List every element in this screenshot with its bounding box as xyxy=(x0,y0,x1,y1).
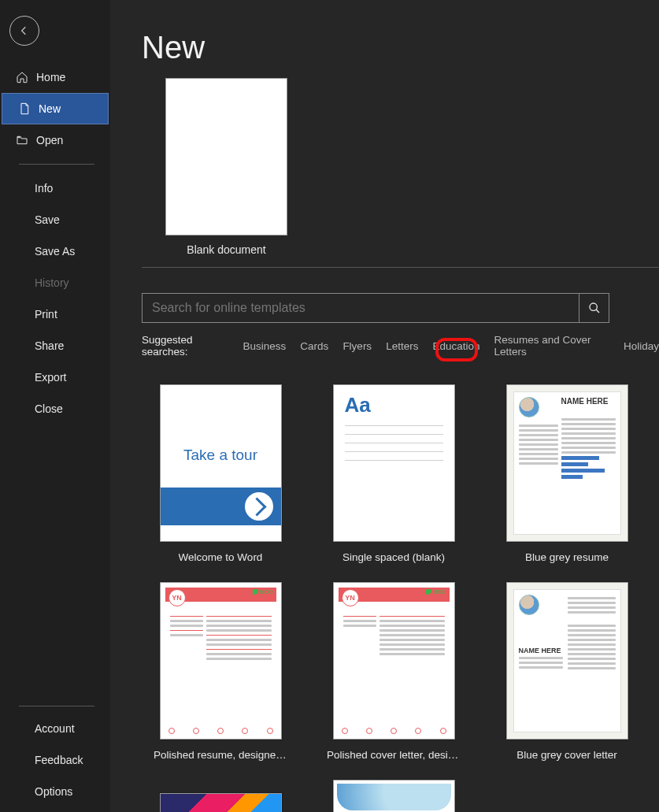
sidebar-item-export[interactable]: Export xyxy=(35,362,110,393)
template-thumb: NAME HERE xyxy=(506,582,628,740)
home-icon xyxy=(16,71,28,83)
template-polished-resume[interactable]: MOO YN Polished resume, designed… xyxy=(142,582,299,761)
tag-education[interactable]: Education xyxy=(432,340,479,352)
sidebar-item-print[interactable]: Print xyxy=(35,298,110,330)
template-thumb: MOO YN xyxy=(160,582,282,740)
sidebar-item-feedback[interactable]: Feedback xyxy=(35,744,110,776)
template-blue-grey-cover-letter[interactable]: NAME HERE Blue grey cover letter xyxy=(488,582,646,761)
template-thumb xyxy=(160,793,282,812)
template-partial-1[interactable] xyxy=(142,793,299,812)
section-divider xyxy=(142,267,659,268)
tag-holiday[interactable]: Holiday xyxy=(624,340,659,352)
sidebar-label-new: New xyxy=(39,102,61,115)
search-icon xyxy=(588,302,601,314)
sidebar-label-home: Home xyxy=(36,71,65,83)
tag-cards[interactable]: Cards xyxy=(300,340,328,352)
sidebar-item-home[interactable]: Home xyxy=(0,61,110,93)
template-grid: Take a tour Welcome to Word Aa Single sp… xyxy=(142,384,659,761)
template-single-spaced[interactable]: Aa Single spaced (blank) xyxy=(315,384,472,563)
search-input[interactable] xyxy=(142,293,579,323)
sidebar-item-open[interactable]: Open xyxy=(0,124,110,156)
template-thumb: MOO YN xyxy=(333,582,455,740)
sidebar-item-options[interactable]: Options xyxy=(35,776,110,807)
template-thumb: NAME HERE xyxy=(506,384,628,542)
sidebar-item-share[interactable]: Share xyxy=(35,330,110,362)
blank-document-label: Blank document xyxy=(187,243,265,256)
backstage-sidebar: Home New Open Info Save Save As History … xyxy=(0,0,110,812)
avatar-icon xyxy=(519,397,539,417)
suggested-searches: Suggested searches: Business Cards Flyer… xyxy=(142,334,659,358)
sidebar-item-account[interactable]: Account xyxy=(35,713,110,744)
arrow-right-icon xyxy=(243,491,275,522)
tag-flyers[interactable]: Flyers xyxy=(342,340,372,352)
tag-business[interactable]: Business xyxy=(243,340,287,352)
tag-letters[interactable]: Letters xyxy=(386,340,418,352)
suggested-label: Suggested searches: xyxy=(142,334,229,358)
sidebar-item-history: History xyxy=(35,267,110,298)
sidebar-item-save[interactable]: Save xyxy=(35,204,110,235)
template-thumb: Take a tour xyxy=(160,384,282,542)
back-arrow-icon xyxy=(18,24,31,37)
template-blue-grey-resume[interactable]: NAME HERE xyxy=(488,384,646,563)
sidebar-item-save-as[interactable]: Save As xyxy=(35,235,110,267)
template-grid-row-partial: WEEK OF xyxy=(142,780,659,812)
svg-point-0 xyxy=(590,303,597,310)
sidebar-item-new[interactable]: New xyxy=(2,93,109,124)
template-partial-2[interactable]: WEEK OF xyxy=(315,780,472,812)
avatar-icon xyxy=(519,595,539,615)
document-icon xyxy=(18,102,31,115)
sidebar-divider-bottom xyxy=(19,706,94,706)
template-welcome-to-word[interactable]: Take a tour Welcome to Word xyxy=(142,384,299,563)
sidebar-item-info[interactable]: Info xyxy=(35,172,110,204)
back-button[interactable] xyxy=(9,16,39,46)
template-thumb: Aa xyxy=(333,384,455,542)
main-panel: New Blank document Suggested searches: B… xyxy=(110,0,659,812)
template-polished-cover-letter[interactable]: MOO YN Polished cover letter, desig… xyxy=(315,582,472,761)
search-button[interactable] xyxy=(579,293,609,323)
tag-resumes[interactable]: Resumes and Cover Letters xyxy=(494,334,609,358)
folder-open-icon xyxy=(16,134,28,146)
template-blank-document[interactable]: Blank document xyxy=(142,78,287,256)
sidebar-divider xyxy=(19,164,94,165)
sidebar-item-close[interactable]: Close xyxy=(35,393,110,425)
page-title: New xyxy=(142,30,659,65)
blank-document-thumb xyxy=(165,78,287,235)
template-thumb: WEEK OF xyxy=(333,780,455,812)
sidebar-label-open: Open xyxy=(36,134,63,146)
